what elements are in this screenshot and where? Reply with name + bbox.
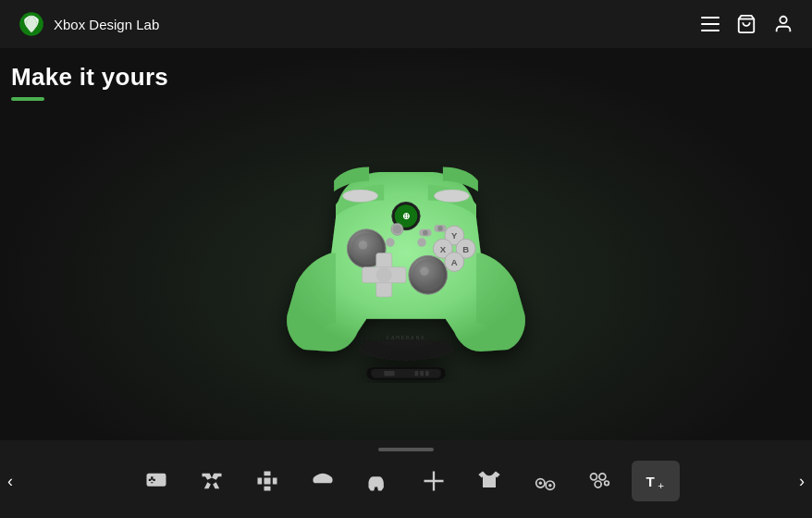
toolbar-item-triggers[interactable] (188, 461, 236, 501)
svg-text:B: B (462, 244, 469, 254)
svg-point-39 (434, 190, 469, 202)
svg-point-50 (595, 481, 601, 487)
page-title: Make it yours (11, 63, 168, 92)
title-underline (11, 97, 44, 101)
toolbar-item-joysticks[interactable] (521, 461, 569, 501)
triggers-icon (199, 468, 225, 494)
toolbar-item-bumpers[interactable] (299, 461, 347, 501)
svg-text:Y: Y (451, 230, 458, 240)
profile-icon[interactable] (773, 14, 794, 34)
cart-icon[interactable] (736, 14, 757, 34)
svg-rect-9 (384, 371, 394, 376)
app-title: Xbox Design Lab (54, 17, 159, 32)
svg-text:X: X (440, 244, 447, 254)
toolbar-item-grips[interactable] (354, 461, 402, 501)
svg-rect-10 (415, 371, 419, 376)
svg-text:A: A (451, 257, 458, 267)
svg-rect-2 (701, 23, 720, 25)
page-title-area: Make it yours (11, 63, 168, 101)
svg-point-49 (599, 474, 606, 480)
medical-icon (421, 468, 447, 494)
svg-text:T: T (646, 474, 656, 489)
svg-point-17 (412, 259, 444, 290)
header: Xbox Design Lab (0, 0, 812, 48)
svg-rect-36 (437, 226, 443, 231)
bumpers-icon (310, 468, 336, 494)
svg-point-21 (376, 267, 392, 283)
toolbar: ‹ (0, 461, 812, 501)
toolbar-item-medical[interactable] (410, 461, 458, 501)
svg-point-41 (393, 225, 402, 234)
svg-text:+: + (658, 479, 664, 491)
svg-point-38 (343, 190, 378, 202)
toolbar-item-shirt[interactable] (465, 461, 513, 501)
svg-point-5 (780, 17, 786, 23)
svg-text:⊕: ⊕ (402, 211, 410, 221)
svg-point-43 (417, 238, 426, 247)
shirt-icon (476, 468, 502, 494)
toolbar-left-arrow[interactable]: ‹ (0, 468, 20, 495)
svg-text:CAMERANX: CAMERANX (387, 335, 426, 340)
toolbar-right-arrow[interactable]: › (792, 468, 812, 495)
svg-point-48 (591, 474, 597, 480)
svg-point-42 (386, 238, 395, 247)
header-right (701, 14, 794, 34)
menu-icon[interactable] (701, 17, 720, 31)
controller-image: Y X B A ⊕ (230, 105, 582, 383)
toolbar-item-dpad[interactable] (243, 461, 291, 501)
svg-point-15 (359, 240, 368, 250)
controller-icon (143, 468, 169, 494)
svg-rect-12 (425, 371, 429, 376)
toolbar-items: T + (132, 461, 680, 501)
controller-area: Y X B A ⊕ (0, 48, 812, 440)
toolbar-item-dots[interactable] (576, 461, 624, 501)
main-view: Make it yours (0, 48, 812, 440)
bottom-bar: ‹ (0, 440, 812, 518)
dpad-icon (254, 468, 280, 494)
scroll-indicator (378, 448, 434, 451)
grips-icon (365, 468, 391, 494)
svg-rect-8 (371, 369, 441, 378)
header-left: Xbox Design Lab (18, 11, 159, 37)
svg-point-51 (605, 481, 609, 486)
svg-rect-11 (420, 371, 424, 376)
toolbar-item-text[interactable]: T + (632, 461, 680, 501)
dots-icon (587, 468, 613, 494)
svg-point-45 (539, 482, 543, 486)
toolbar-item-controller[interactable] (132, 461, 180, 501)
svg-point-47 (548, 484, 552, 487)
svg-point-18 (420, 267, 429, 277)
svg-rect-34 (423, 230, 428, 236)
joysticks-icon (532, 468, 558, 494)
svg-rect-1 (701, 17, 720, 18)
xbox-logo-icon (18, 11, 44, 37)
svg-rect-3 (701, 30, 720, 31)
text-icon: T + (643, 468, 669, 494)
